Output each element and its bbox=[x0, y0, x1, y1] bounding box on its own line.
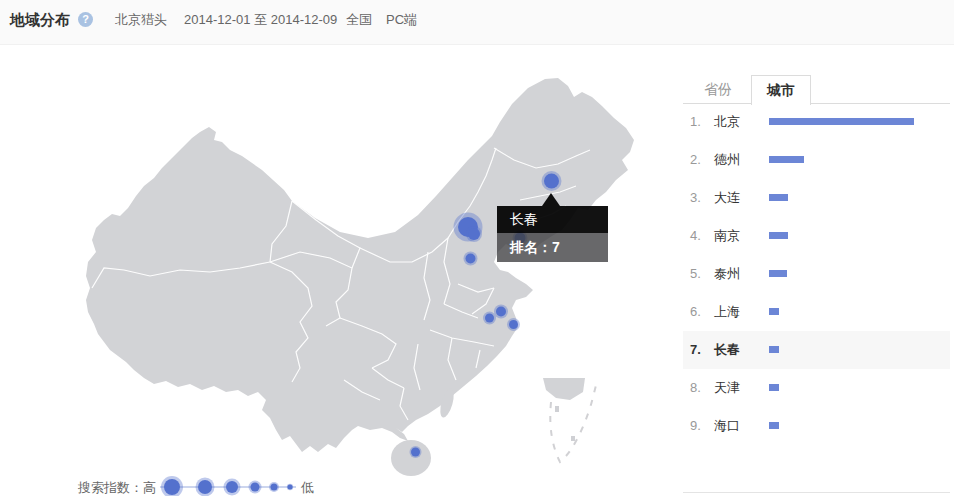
rank-bar bbox=[769, 232, 788, 239]
rank-city-label: 海口 bbox=[714, 407, 740, 445]
rank-bar bbox=[769, 194, 788, 201]
hainan-island bbox=[391, 440, 431, 476]
ranking-row[interactable]: 8.天津 bbox=[683, 369, 950, 407]
rank-bar bbox=[769, 270, 787, 277]
panel-tabs: 省份 城市 bbox=[683, 75, 950, 104]
rank-number: 4. bbox=[690, 217, 708, 255]
rank-city-label: 北京 bbox=[714, 103, 740, 141]
legend-bubbles-layer bbox=[160, 476, 296, 496]
rank-city-label: 泰州 bbox=[714, 255, 740, 293]
page: 地域分布 ? 北京猎头 2014-12-01 至 2014-12-09 全国 P… bbox=[0, 0, 954, 496]
ranking-row[interactable]: 3.大连 bbox=[683, 179, 950, 217]
legend-bubble bbox=[251, 483, 260, 492]
map-bubble[interactable] bbox=[466, 254, 476, 264]
legend-bubble bbox=[271, 484, 278, 491]
rank-bar bbox=[769, 118, 914, 125]
rank-number: 1. bbox=[690, 103, 708, 141]
ranking-row[interactable]: 4.南京 bbox=[683, 217, 950, 255]
rank-number: 8. bbox=[690, 369, 708, 407]
ranking-row[interactable]: 1.北京 bbox=[683, 103, 950, 141]
ranking-row[interactable]: 5.泰州 bbox=[683, 255, 950, 293]
rank-bar bbox=[769, 384, 779, 391]
panel-bottom-divider bbox=[683, 492, 950, 493]
map-bubble[interactable] bbox=[411, 448, 420, 457]
rank-number: 3. bbox=[690, 179, 708, 217]
rank-city-label: 南京 bbox=[714, 217, 740, 255]
tooltip-city: 长春 bbox=[497, 206, 608, 233]
ranking-row[interactable]: 7.长春 bbox=[683, 331, 950, 369]
tooltip-rank: 排名：7 bbox=[497, 233, 608, 262]
map-bubble[interactable] bbox=[468, 228, 480, 240]
rank-city-label: 大连 bbox=[714, 179, 740, 217]
rank-bar bbox=[769, 346, 779, 353]
legend-high-label: 搜索指数：高 bbox=[78, 479, 156, 496]
map-bubble[interactable] bbox=[544, 174, 559, 189]
ranking-row[interactable]: 6.上海 bbox=[683, 293, 950, 331]
legend-bubble bbox=[198, 480, 212, 494]
map-bubble[interactable] bbox=[496, 307, 506, 317]
map-bubble[interactable] bbox=[509, 320, 518, 329]
ranking-row[interactable]: 9.海口 bbox=[683, 407, 950, 445]
map-bubble[interactable] bbox=[485, 314, 494, 323]
china-mainland-shape bbox=[86, 78, 634, 452]
legend-bubble bbox=[164, 479, 180, 495]
ranking-row[interactable]: 2.德州 bbox=[683, 141, 950, 179]
rank-bar bbox=[769, 422, 779, 429]
legend-bubble bbox=[226, 481, 238, 493]
rank-bar bbox=[769, 156, 804, 163]
rank-city-label: 天津 bbox=[714, 369, 740, 407]
tab-province[interactable]: 省份 bbox=[690, 75, 746, 104]
rank-city-label: 上海 bbox=[714, 293, 740, 331]
rank-number: 7. bbox=[690, 331, 708, 369]
rank-number: 5. bbox=[690, 255, 708, 293]
legend-bubble bbox=[288, 485, 293, 490]
map-tooltip: 长春 排名：7 bbox=[497, 206, 608, 262]
rank-number: 2. bbox=[690, 141, 708, 179]
rank-city-label: 长春 bbox=[714, 331, 740, 369]
city-ranking-list: 1.北京2.德州3.大连4.南京5.泰州6.上海7.长春8.天津9.海口 bbox=[683, 104, 950, 493]
south-china-sea-inset bbox=[543, 378, 597, 462]
tab-city[interactable]: 城市 bbox=[751, 75, 811, 105]
rank-number: 9. bbox=[690, 407, 708, 445]
rank-bar bbox=[769, 308, 779, 315]
rank-city-label: 德州 bbox=[714, 141, 740, 179]
legend-low-label: 低 bbox=[301, 479, 314, 496]
tooltip-arrow-icon bbox=[542, 193, 560, 206]
rank-number: 6. bbox=[690, 293, 708, 331]
